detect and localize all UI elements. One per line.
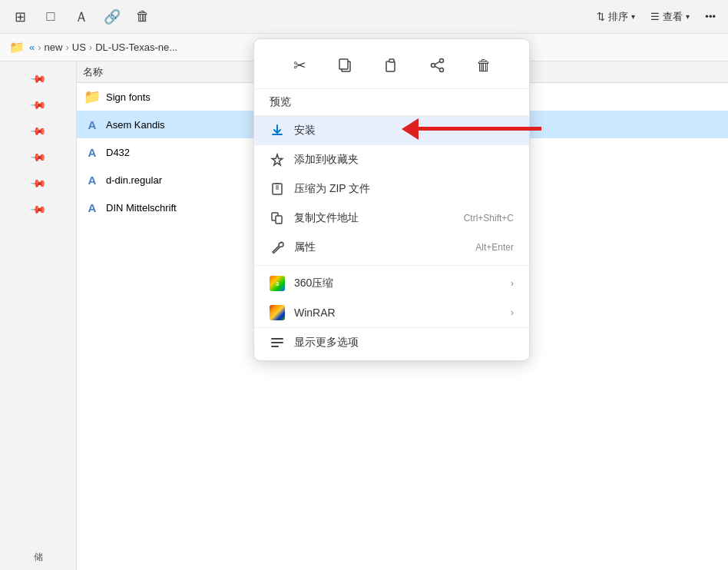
ctx-copy-path-shortcut: Ctrl+Shift+C (464, 213, 514, 224)
col-header-name: 名称 (83, 65, 283, 79)
toolbar-icon-1[interactable]: ⊞ (6, 3, 34, 31)
svg-point-5 (432, 64, 435, 68)
ctx-winrar-item[interactable]: WinRAR › (254, 298, 529, 327)
font-file-icon: A (83, 171, 101, 189)
wrench-icon (270, 240, 285, 255)
sort-icon: ⇅ (597, 11, 605, 22)
font-file-icon: A (83, 143, 101, 161)
preview-label: 预览 (270, 95, 291, 109)
chevron-right-icon-2: › (511, 307, 514, 318)
svg-rect-13 (271, 342, 283, 343)
ctx-properties-shortcut: Alt+Enter (475, 242, 514, 253)
ctx-more-options-label: 显示更多选项 (294, 336, 514, 350)
ctx-copy-path-label: 复制文件地址 (294, 211, 455, 225)
ctx-more-options-item[interactable]: 显示更多选项 (254, 327, 529, 357)
ctx-copy-button[interactable] (329, 48, 362, 82)
360-icon: 3 (270, 276, 285, 291)
svg-rect-14 (271, 346, 279, 347)
chevron-right-icon: › (511, 278, 514, 289)
ctx-zip-item[interactable]: 压缩为 ZIP 文件 (254, 174, 529, 204)
font-file-icon: A (83, 115, 101, 134)
toolbar-icon-4[interactable]: 🔗 (98, 3, 126, 31)
download-icon (270, 123, 285, 138)
toolbar-icon-3[interactable]: Ａ (68, 3, 95, 31)
sidebar: 📌 📌 📌 📌 📌 📌 储 (0, 61, 77, 570)
breadcrumb-segment-4[interactable]: DL-US-Texas-ne... (95, 41, 177, 53)
ctx-zip-label: 压缩为 ZIP 文件 (294, 182, 514, 196)
ctx-winrar-label: WinRAR (294, 307, 501, 319)
svg-line-7 (435, 61, 440, 65)
svg-rect-11 (276, 216, 282, 224)
winrar-icon (270, 305, 285, 320)
ctx-cut-button[interactable]: ✂ (283, 48, 316, 82)
ctx-360-label: 360压缩 (294, 277, 501, 290)
chevron-down-icon-2: ▾ (686, 12, 690, 21)
toolbar-icon-5[interactable]: 🗑 (129, 3, 157, 31)
breadcrumb-segment-1[interactable]: « (29, 41, 35, 53)
ctx-favorites-label: 添加到收藏夹 (294, 153, 514, 167)
arrow-head (402, 118, 419, 140)
more-icon: ••• (705, 11, 716, 22)
svg-point-6 (440, 68, 444, 72)
svg-rect-3 (389, 59, 394, 62)
ctx-properties-item[interactable]: 属性 Alt+Enter (254, 233, 529, 262)
ctx-favorites-item[interactable]: 添加到收藏夹 (254, 145, 529, 174)
font-file-icon: A (83, 198, 101, 217)
ctx-delete-button[interactable]: 🗑 (467, 48, 501, 82)
ctx-install-item[interactable]: 安装 (254, 116, 529, 145)
ctx-360-item[interactable]: 3 360压缩 › (254, 269, 529, 298)
ctx-preview-item[interactable]: 预览 (254, 89, 529, 116)
more-button[interactable]: ••• (699, 8, 722, 25)
svg-line-8 (435, 66, 440, 69)
more-options-icon (270, 335, 285, 350)
toolbar-icon-2[interactable]: □ (37, 3, 65, 31)
copy-path-icon (270, 210, 285, 226)
context-menu-divider (254, 265, 529, 266)
ctx-copy-path-item[interactable]: 复制文件地址 Ctrl+Shift+C (254, 204, 529, 233)
breadcrumb-segment-2[interactable]: new (45, 41, 63, 53)
toolbar: ⊞ □ Ａ 🔗 🗑 ⇅ 排序 ▾ ☰ 查看 ▾ ••• (0, 0, 728, 34)
ctx-properties-label: 属性 (294, 240, 466, 254)
svg-rect-1 (339, 59, 348, 69)
zip-icon (270, 181, 285, 197)
view-icon: ☰ (650, 11, 660, 22)
red-arrow-indicator (419, 127, 541, 131)
breadcrumb-segment-3[interactable]: US (72, 41, 86, 53)
svg-rect-12 (271, 338, 283, 340)
sidebar-bottom-label[interactable]: 储 (34, 551, 43, 570)
svg-point-4 (440, 59, 444, 63)
star-icon (270, 152, 285, 167)
svg-rect-2 (386, 61, 395, 71)
folder-icon: 📁 (83, 88, 101, 106)
ctx-share-button[interactable] (421, 48, 455, 82)
chevron-down-icon: ▾ (631, 12, 635, 21)
sidebar-pin-6[interactable]: 📌 (23, 194, 54, 224)
sort-button[interactable]: ⇅ 排序 ▾ (591, 7, 641, 27)
context-menu-icon-row: ✂ 🗑 (254, 42, 529, 89)
context-menu: ✂ 🗑 预览 (253, 38, 530, 361)
ctx-paste-button[interactable] (375, 48, 409, 82)
view-button[interactable]: ☰ 查看 ▾ (644, 7, 696, 27)
